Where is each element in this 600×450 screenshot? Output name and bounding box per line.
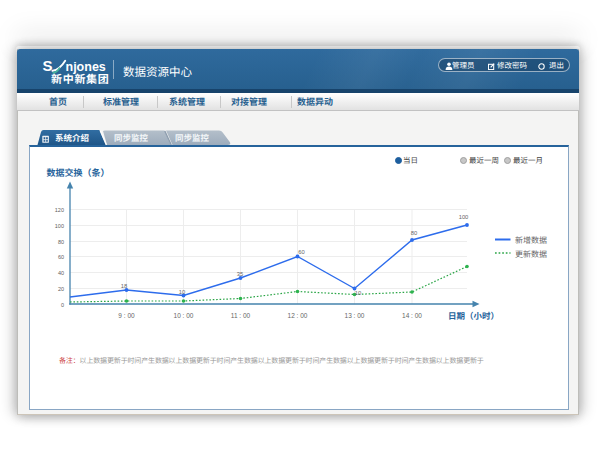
svg-text:数据交换（条）: 数据交换（条） [47,168,110,178]
svg-text:10: 10 [355,290,361,296]
svg-text:80: 80 [411,230,417,236]
svg-text:20: 20 [58,286,64,292]
svg-text:100: 100 [55,223,64,229]
svg-text:新增数据: 新增数据 [515,236,547,245]
svg-text:12 : 00: 12 : 00 [288,312,308,319]
svg-text:日期（小时）: 日期（小时） [448,311,499,321]
svg-text:35: 35 [237,271,243,277]
svg-text:60: 60 [298,249,304,255]
svg-text:80: 80 [58,239,64,245]
svg-text:9 : 00: 9 : 00 [118,312,135,319]
svg-text:100: 100 [459,214,469,220]
svg-text:40: 40 [58,270,64,276]
svg-text:10 : 00: 10 : 00 [174,312,194,319]
svg-text:11 : 00: 11 : 00 [231,312,251,319]
svg-text:120: 120 [55,207,64,213]
svg-text:0: 0 [61,302,64,308]
svg-text:60: 60 [58,254,64,260]
svg-text:10: 10 [179,289,185,295]
svg-text:18: 18 [121,283,127,289]
svg-text:13 : 00: 13 : 00 [345,312,365,319]
svg-text:更新数据: 更新数据 [515,250,547,259]
svg-text:14 : 00: 14 : 00 [402,312,422,319]
